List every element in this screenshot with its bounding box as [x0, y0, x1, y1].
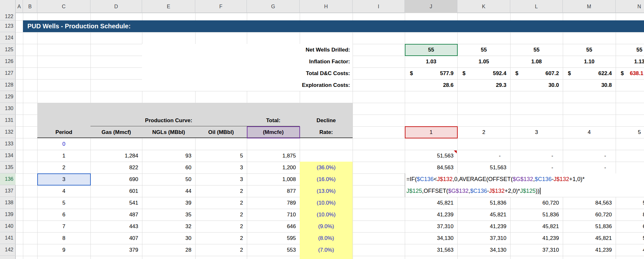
cell-M138[interactable]: 84,563	[563, 197, 616, 209]
cell-M127[interactable]: $622.4	[563, 67, 616, 79]
cell-H143[interactable]: (6.0%)	[300, 256, 353, 259]
column-header-L[interactable]: L	[510, 0, 563, 13]
cell-D140[interactable]: 443	[90, 220, 142, 232]
row-header-137[interactable]: 137	[0, 185, 16, 197]
cell-C143[interactable]: 10	[37, 256, 90, 259]
cell-F137[interactable]: 2	[195, 185, 247, 197]
cell-N139[interactable]: 84,563	[616, 209, 644, 220]
cell-M142[interactable]: 41,239	[563, 244, 616, 256]
cell-G140[interactable]: 646	[247, 220, 300, 232]
header-well-group-4[interactable]: 4	[563, 126, 616, 138]
cell-M128[interactable]: 30.8	[563, 79, 616, 91]
cell-D138[interactable]: 541	[90, 197, 142, 209]
cell-D135[interactable]: 822	[90, 162, 142, 173]
cell-K127[interactable]: $592.4	[457, 67, 510, 79]
cell-M126[interactable]: 1.10	[563, 56, 616, 67]
header-period[interactable]: Period	[37, 126, 90, 138]
row-header-134[interactable]: 134	[0, 150, 16, 162]
cell-C138[interactable]: 5	[37, 197, 90, 209]
cell-L127[interactable]: $607.2	[510, 67, 563, 79]
cell-K125[interactable]: 55	[457, 44, 510, 56]
cell-E139[interactable]: 35	[142, 209, 195, 220]
row-header-127[interactable]: 127	[0, 67, 16, 79]
cell-K140[interactable]: 41,239	[457, 220, 510, 232]
cell-C142[interactable]: 9	[37, 244, 90, 256]
row-header-123[interactable]: 123	[0, 20, 16, 32]
cell-D143[interactable]: 356	[90, 256, 142, 259]
cell-J139[interactable]: 41,239	[405, 209, 457, 220]
column-header-K[interactable]: K	[457, 0, 510, 13]
cell-J135[interactable]: 84,563	[405, 162, 457, 173]
column-header-A[interactable]: A	[16, 0, 23, 13]
cell-F140[interactable]: 2	[195, 220, 247, 232]
cell-L142[interactable]: 37,310	[510, 244, 563, 256]
cell-K128[interactable]: 29.3	[457, 79, 510, 91]
cell-M125[interactable]: 55	[563, 44, 616, 56]
row-header-139[interactable]: 139	[0, 209, 16, 220]
cell-N138[interactable]: 51,563	[616, 197, 644, 209]
cell-J143[interactable]: 29,511	[405, 256, 457, 259]
cell-G138[interactable]: 789	[247, 197, 300, 209]
cell-M140[interactable]: 51,836	[563, 220, 616, 232]
cell-E140[interactable]: 32	[142, 220, 195, 232]
cell-M141[interactable]: 45,821	[563, 232, 616, 244]
cell-C140[interactable]: 7	[37, 220, 90, 232]
cell-E143[interactable]: 26	[142, 256, 195, 259]
select-all-corner[interactable]	[0, 0, 16, 13]
cell-G137[interactable]: 877	[247, 185, 300, 197]
cell-M135[interactable]: -	[563, 162, 616, 173]
column-header-B[interactable]: B	[23, 0, 37, 13]
cell-G135[interactable]: 1,200	[247, 162, 300, 173]
cell-N127[interactable]: $638.1	[616, 67, 644, 79]
cell-F134[interactable]: 5	[195, 150, 247, 162]
cell-J142[interactable]: 31,563	[405, 244, 457, 256]
cell-C141[interactable]: 8	[37, 232, 90, 244]
cell-F136[interactable]: 3	[195, 173, 247, 185]
column-header-M[interactable]: M	[563, 0, 616, 13]
row-header-124[interactable]: 124	[0, 32, 16, 44]
cell-N140[interactable]: 60,720	[616, 220, 644, 232]
cell-K138[interactable]: 51,836	[457, 197, 510, 209]
cell-H139[interactable]: (10.0%)	[300, 209, 353, 220]
header-ngls[interactable]: NGLs (MBbl)	[142, 126, 195, 138]
cell-E137[interactable]: 44	[142, 185, 195, 197]
row-header-122[interactable]: 122	[0, 13, 16, 20]
cell-L128[interactable]: 30.0	[510, 79, 563, 91]
cell-J141[interactable]: 34,130	[405, 232, 457, 244]
cell-M139[interactable]: 60,720	[563, 209, 616, 220]
row-header-129[interactable]: 129	[0, 91, 16, 103]
cell-M143[interactable]: 37,310	[563, 256, 616, 259]
row-header-135[interactable]: 135	[0, 162, 16, 173]
header-total[interactable]: Total:	[247, 115, 300, 126]
cell-K126[interactable]: 1.05	[457, 56, 510, 67]
cell-C139[interactable]: 6	[37, 209, 90, 220]
cell-E141[interactable]: 30	[142, 232, 195, 244]
cell-L143[interactable]: 34,130	[510, 256, 563, 259]
cell-H136[interactable]: (16.0%)	[300, 173, 353, 185]
column-header-J[interactable]: J	[405, 0, 457, 13]
cell-D139[interactable]: 487	[90, 209, 142, 220]
cell-L125[interactable]: 55	[510, 44, 563, 56]
section-title-cell[interactable]: PUD Wells - Production Schedule:	[23, 20, 644, 32]
cell-D134[interactable]: 1,284	[90, 150, 142, 162]
cell-J126[interactable]: 1.03	[405, 56, 457, 67]
column-header-I[interactable]: I	[353, 0, 405, 13]
cell-J140[interactable]: 37,310	[405, 220, 457, 232]
cell-L126[interactable]: 1.08	[510, 56, 563, 67]
column-header-E[interactable]: E	[142, 0, 195, 13]
row-header-133[interactable]: 133	[0, 138, 16, 150]
cell-F141[interactable]: 2	[195, 232, 247, 244]
header-well-group-2[interactable]: 2	[457, 126, 510, 138]
cell-N126[interactable]: 1.13	[616, 56, 644, 67]
cell-K139[interactable]: 45,821	[457, 209, 510, 220]
cell-H141[interactable]: (8.0%)	[300, 232, 353, 244]
row-header-141[interactable]: 141	[0, 232, 16, 244]
cell-G142[interactable]: 553	[247, 244, 300, 256]
column-header-F[interactable]: F	[195, 0, 247, 13]
cell-N142[interactable]: 45,821	[616, 244, 644, 256]
cell-E136[interactable]: 50	[142, 173, 195, 185]
row-header-140[interactable]: 140	[0, 220, 16, 232]
cell-K141[interactable]: 37,310	[457, 232, 510, 244]
cell-E142[interactable]: 28	[142, 244, 195, 256]
cell-L138[interactable]: 60,720	[510, 197, 563, 209]
